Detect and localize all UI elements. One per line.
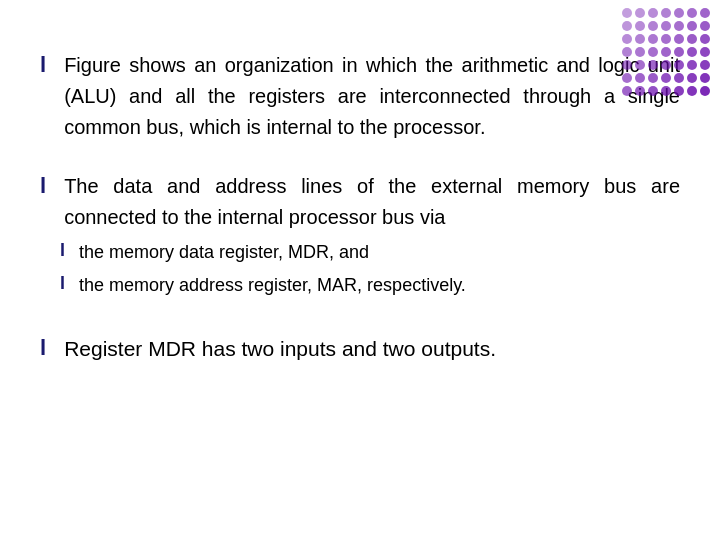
bullet-item-1: l Figure shows an organization in which …: [40, 50, 680, 143]
decoration-dot: [648, 34, 658, 44]
decoration-dot: [648, 73, 658, 83]
decoration-dot: [700, 21, 710, 31]
decoration-dot: [635, 8, 645, 18]
decoration-dot: [687, 73, 697, 83]
bullet-text-1: Figure shows an organization in which th…: [64, 50, 680, 143]
bullet-marker-1: l: [40, 52, 46, 78]
decoration-dot: [635, 34, 645, 44]
decoration-dot: [700, 86, 710, 96]
decoration-dot: [635, 47, 645, 57]
decoration-dot: [687, 86, 697, 96]
decoration-dot: [622, 34, 632, 44]
decoration-dot: [622, 60, 632, 70]
decoration-dot: [700, 47, 710, 57]
decoration-dot: [622, 47, 632, 57]
decoration-dot: [661, 34, 671, 44]
decoration-dot: [635, 86, 645, 96]
bullet-item-3: l Register MDR has two inputs and two ou…: [40, 333, 680, 366]
decoration-dot: [674, 21, 684, 31]
decoration-dot: [687, 21, 697, 31]
decoration-dot: [700, 8, 710, 18]
decoration-dot: [674, 73, 684, 83]
decoration-dot: [648, 60, 658, 70]
decoration-dot: [661, 21, 671, 31]
sub-bullet-marker-1: l: [60, 240, 65, 261]
decoration-dot: [648, 47, 658, 57]
decoration-dot: [700, 73, 710, 83]
sub-bullet-text-2: the memory address register, MAR, respec…: [79, 272, 466, 299]
decoration-dot: [635, 21, 645, 31]
decoration-dot: [700, 60, 710, 70]
decoration-dot: [687, 34, 697, 44]
decoration-dot: [687, 60, 697, 70]
bullet-marker-3: l: [40, 335, 46, 361]
decoration-dot: [648, 21, 658, 31]
decoration-dot: [674, 34, 684, 44]
decoration-dot: [622, 8, 632, 18]
decoration-dot: [687, 47, 697, 57]
decoration-dot: [622, 86, 632, 96]
decoration-dot: [661, 8, 671, 18]
decoration-dot: [661, 73, 671, 83]
bullet-item-2: l The data and address lines of the exte…: [40, 171, 680, 305]
decoration-dot: [622, 21, 632, 31]
decoration-dot: [700, 34, 710, 44]
decoration-dot: [674, 86, 684, 96]
sub-bullet-marker-2: l: [60, 273, 65, 294]
sub-bullets: l the memory data register, MDR, and l t…: [60, 239, 466, 305]
bullet-text-3: Register MDR has two inputs and two outp…: [64, 333, 496, 366]
sub-bullet-text-1: the memory data register, MDR, and: [79, 239, 369, 266]
decoration-dot: [661, 60, 671, 70]
content-area: l Figure shows an organization in which …: [40, 50, 680, 366]
decoration-dot: [635, 60, 645, 70]
sub-bullet-item-1: l the memory data register, MDR, and: [60, 239, 466, 266]
bullet-text-2: The data and address lines of the extern…: [64, 171, 680, 233]
decoration-dot: [674, 8, 684, 18]
slide-container: l Figure shows an organization in which …: [0, 0, 720, 540]
decoration-dot: [648, 8, 658, 18]
decoration-dot: [661, 86, 671, 96]
decoration-dot: [635, 73, 645, 83]
decoration-dot: [674, 60, 684, 70]
decoration-dot: [674, 47, 684, 57]
dots-decoration: [622, 8, 712, 98]
decoration-dot: [648, 86, 658, 96]
decoration-dot: [622, 73, 632, 83]
bullet-marker-2: l: [40, 173, 46, 199]
sub-bullet-item-2: l the memory address register, MAR, resp…: [60, 272, 466, 299]
decoration-dot: [687, 8, 697, 18]
decoration-dot: [661, 47, 671, 57]
